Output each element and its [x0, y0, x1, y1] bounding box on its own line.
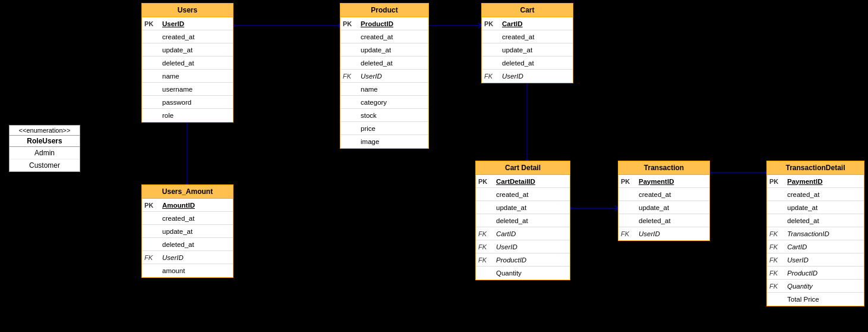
- cd-row-updateat: update_at: [476, 201, 570, 214]
- users-row-password: password: [142, 96, 233, 109]
- cd-row-productid: FK ProductID: [476, 253, 570, 267]
- ua-row-updateat: update_at: [142, 225, 233, 238]
- product-header: Product: [340, 4, 428, 17]
- transaction-header: Transaction: [618, 161, 709, 175]
- enum-item-admin: Admin: [10, 147, 80, 159]
- table-transaction-detail: TransactionDetail PK PaymentID created_a…: [766, 161, 864, 306]
- td-row-deletedat: deleted_at: [767, 214, 864, 227]
- cd-row-quantity: Quantity: [476, 267, 570, 280]
- users-userid: UserID: [162, 20, 231, 27]
- ua-row-amountid: PK AmountID: [142, 199, 233, 212]
- td-cartid: CartID: [787, 243, 861, 250]
- enumeration-box: <<enumeration>> RoleUsers Admin Customer: [9, 125, 80, 172]
- ua-amountid: AmountID: [162, 202, 231, 209]
- prod-userid: UserID: [361, 73, 426, 80]
- prod-row-createdat: created_at: [340, 30, 428, 43]
- prod-row-productid: PK ProductID: [340, 17, 428, 30]
- tr-row-updateat: update_at: [618, 201, 709, 214]
- prod-deletedat: deleted_at: [361, 59, 426, 67]
- users-deletedat: deleted_at: [162, 59, 231, 67]
- prod-stock: stock: [361, 112, 426, 119]
- tr-userid: UserID: [639, 230, 707, 237]
- users-password: password: [162, 99, 231, 106]
- users-row-username: username: [142, 83, 233, 96]
- cart-row-createdat: created_at: [482, 30, 573, 43]
- cd-row-deletedat: deleted_at: [476, 214, 570, 227]
- users-row-createdat: created_at: [142, 30, 233, 43]
- td-row-userid: FK UserID: [767, 253, 864, 267]
- ua-row-userid: FK UserID: [142, 251, 233, 264]
- td-createdat: created_at: [787, 191, 861, 198]
- enum-title: RoleUsers: [10, 136, 80, 147]
- users-name: name: [162, 73, 231, 80]
- tr-row-paymentid: PK PaymentID: [618, 175, 709, 188]
- td-updateat: update_at: [787, 204, 861, 211]
- users-row-role: role: [142, 109, 233, 122]
- cd-row-cartid: FK CartID: [476, 227, 570, 240]
- cd-productid: ProductID: [496, 256, 567, 264]
- ua-row-amount: amount: [142, 264, 233, 277]
- prod-row-userid: FK UserID: [340, 70, 428, 83]
- cd-quantity: Quantity: [496, 270, 567, 277]
- cd-updateat: update_at: [496, 204, 567, 211]
- tr-deletedat: deleted_at: [639, 217, 707, 224]
- tr-row-userid: FK UserID: [618, 227, 709, 240]
- cart-row-deletedat: deleted_at: [482, 57, 573, 70]
- diagram-canvas: <<enumeration>> RoleUsers Admin Customer…: [0, 0, 868, 332]
- prod-updateat: update_at: [361, 46, 426, 54]
- table-transaction: Transaction PK PaymentID created_at upda…: [618, 161, 710, 241]
- table-product: Product PK ProductID created_at update_a…: [340, 3, 429, 149]
- cd-row-cartdetailid: PK CartDetailID: [476, 175, 570, 188]
- tr-updateat: update_at: [639, 204, 707, 211]
- ua-deletedat: deleted_at: [162, 241, 231, 248]
- prod-price: price: [361, 125, 426, 132]
- cart-updateat: update_at: [502, 46, 570, 54]
- transaction-detail-header: TransactionDetail: [767, 161, 864, 175]
- td-row-productid: FK ProductID: [767, 267, 864, 280]
- prod-row-name: name: [340, 83, 428, 96]
- table-cart-detail: Cart Detail PK CartDetailID created_at u…: [475, 161, 570, 280]
- users-username: username: [162, 86, 231, 93]
- table-users: Users PK UserID created_at update_at del…: [141, 3, 233, 123]
- prod-row-category: category: [340, 96, 428, 109]
- td-row-cartid: FK CartID: [767, 240, 864, 253]
- users-createdat: created_at: [162, 33, 231, 40]
- cart-cartid: CartID: [502, 20, 570, 27]
- cd-cartid: CartID: [496, 230, 567, 237]
- users-amount-header: Users_Amount: [142, 185, 233, 199]
- cd-deletedat: deleted_at: [496, 217, 567, 224]
- td-userid: UserID: [787, 256, 861, 264]
- users-header: Users: [142, 4, 233, 17]
- connectors-svg: [0, 0, 868, 332]
- ua-createdat: created_at: [162, 215, 231, 222]
- cd-row-createdat: created_at: [476, 188, 570, 201]
- ua-row-createdat: created_at: [142, 212, 233, 225]
- prod-createdat: created_at: [361, 33, 426, 40]
- ua-amount: amount: [162, 267, 231, 274]
- prod-name: name: [361, 86, 426, 93]
- users-pk-label: PK: [144, 20, 162, 27]
- table-users-amount: Users_Amount PK AmountID created_at upda…: [141, 184, 233, 278]
- prod-category: category: [361, 99, 426, 106]
- users-row-name: name: [142, 70, 233, 83]
- tr-paymentid: PaymentID: [639, 178, 707, 185]
- td-row-transactionid: FK TransactionID: [767, 227, 864, 240]
- table-cart: Cart PK CartID created_at update_at dele…: [481, 3, 573, 83]
- ua-updateat: update_at: [162, 228, 231, 235]
- td-transactionid: TransactionID: [787, 230, 861, 237]
- td-paymentid: PaymentID: [787, 178, 861, 185]
- users-updateat: update_at: [162, 46, 231, 54]
- prod-row-updateat: update_at: [340, 43, 428, 57]
- users-row-userid: PK UserID: [142, 17, 233, 30]
- td-deletedat: deleted_at: [787, 217, 861, 224]
- prod-row-deletedat: deleted_at: [340, 57, 428, 70]
- prod-image: image: [361, 138, 426, 145]
- cart-row-updateat: update_at: [482, 43, 573, 57]
- td-row-quantity: FK Quantity: [767, 280, 864, 293]
- enum-stereotype: <<enumeration>>: [10, 126, 80, 136]
- users-row-updateat: update_at: [142, 43, 233, 57]
- td-totalprice: Total Price: [787, 296, 861, 303]
- users-role: role: [162, 112, 231, 119]
- td-row-updateat: update_at: [767, 201, 864, 214]
- ua-row-deletedat: deleted_at: [142, 238, 233, 251]
